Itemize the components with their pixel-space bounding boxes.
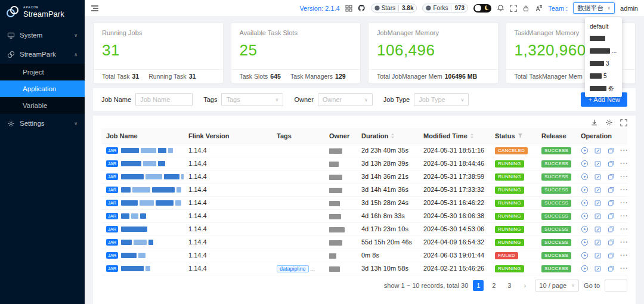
copy-button[interactable]: [607, 199, 615, 207]
bell-icon[interactable]: [497, 4, 504, 12]
status-badge: RUNNING: [495, 187, 524, 194]
edit-button[interactable]: [594, 252, 602, 259]
more-button[interactable]: ···: [620, 265, 627, 272]
toggle-knob: [475, 5, 481, 11]
sidebar-item-application[interactable]: Application: [0, 80, 85, 97]
page-size-select[interactable]: 10 / page ∨: [535, 280, 579, 291]
tags-select[interactable]: Tags ∨: [221, 93, 283, 106]
edit-button[interactable]: [594, 265, 602, 272]
job-name-cell: JAR: [101, 249, 184, 262]
sidebar-item-system[interactable]: System ∨: [0, 26, 85, 45]
copy-button[interactable]: [607, 160, 615, 167]
more-button[interactable]: ···: [620, 225, 627, 232]
col-flink-version: Flink Version: [184, 128, 272, 144]
more-button[interactable]: ···: [620, 199, 627, 206]
more-button[interactable]: ···: [620, 238, 627, 246]
col-duration[interactable]: Duration: [357, 128, 419, 144]
copy-button[interactable]: [607, 265, 615, 272]
gear-icon[interactable]: [605, 119, 613, 126]
github-stars-badge[interactable]: Stars 3.8k: [371, 4, 417, 13]
start-button[interactable]: [581, 160, 589, 167]
lock-icon[interactable]: [522, 5, 530, 12]
job-type-select[interactable]: Job Type ∨: [414, 93, 469, 106]
chevron-up-icon: ∧: [74, 52, 78, 57]
moon-icon: [485, 5, 490, 10]
card-footer-value: 106496 MB: [445, 73, 477, 80]
more-button[interactable]: ···: [620, 212, 627, 219]
sidebar-item-project[interactable]: Project: [0, 64, 85, 80]
more-button[interactable]: ···: [620, 186, 627, 193]
edit-button[interactable]: [594, 160, 602, 167]
job-name-input[interactable]: [135, 93, 193, 106]
sidebar-item-variable[interactable]: Variable: [0, 97, 85, 114]
copy-button[interactable]: [607, 238, 615, 246]
release-cell: SUCCESS: [537, 235, 576, 249]
version-link[interactable]: Version: 2.1.4: [299, 5, 339, 12]
copy-button[interactable]: [607, 173, 615, 181]
start-button[interactable]: [581, 265, 589, 272]
table-body: JAR1.14.42d 23h 40m 35s2024-05-31 18:51:…: [101, 144, 627, 275]
fullscreen-icon[interactable]: [620, 119, 627, 126]
page-3-button[interactable]: 3: [504, 280, 515, 291]
edit-button[interactable]: [594, 147, 602, 154]
team-option[interactable]: ...: [585, 45, 622, 57]
download-icon[interactable]: [590, 119, 598, 126]
more-button[interactable]: ···: [620, 160, 627, 167]
more-button[interactable]: ···: [620, 173, 627, 180]
owner-cell: [324, 249, 357, 262]
more-button[interactable]: ···: [620, 147, 627, 154]
card-task-slots: Available Task Slots 25 Task Slots645 Ta…: [231, 23, 361, 83]
dark-mode-toggle[interactable]: [473, 4, 491, 13]
github-forks-badge[interactable]: Forks 973: [422, 4, 468, 13]
modified-time-cell: 2024-05-30 16:06:38: [419, 209, 490, 222]
copy-button[interactable]: [607, 147, 615, 154]
team-select[interactable]: 数据平台 ∨: [573, 2, 615, 14]
sidebar-item-streampark[interactable]: StreamPark ∧: [0, 45, 85, 64]
copy-button[interactable]: [607, 186, 615, 194]
stars-count: 3.8k: [398, 5, 416, 11]
team-option[interactable]: default: [585, 20, 622, 32]
start-button[interactable]: [581, 212, 589, 220]
team-option[interactable]: 5: [585, 70, 622, 82]
page-1-button[interactable]: 1: [473, 280, 484, 291]
page-2-button[interactable]: 2: [488, 280, 499, 291]
sort-icon[interactable]: [470, 133, 474, 139]
sort-icon[interactable]: [391, 133, 395, 139]
copy-button[interactable]: [607, 252, 615, 259]
edit-button[interactable]: [594, 199, 602, 207]
start-button[interactable]: [581, 238, 589, 246]
copy-button[interactable]: [607, 212, 615, 220]
more-button[interactable]: ···: [620, 252, 627, 259]
team-option[interactable]: 3: [585, 57, 622, 70]
edit-button[interactable]: [594, 225, 602, 233]
team-option[interactable]: 务: [585, 82, 622, 95]
appstore-icon[interactable]: [345, 5, 352, 12]
next-page-button[interactable]: ›: [519, 280, 530, 291]
col-status[interactable]: Status: [490, 128, 537, 144]
start-button[interactable]: [581, 225, 589, 233]
col-modified-time[interactable]: Modified Time: [419, 128, 490, 144]
edit-button[interactable]: [594, 173, 602, 181]
start-button[interactable]: [581, 199, 589, 207]
start-button[interactable]: [581, 186, 589, 194]
team-option[interactable]: [585, 32, 622, 45]
edit-button[interactable]: [594, 186, 602, 194]
owner-select[interactable]: Owner ∨: [318, 93, 373, 106]
redacted-owner: [329, 175, 342, 180]
copy-button[interactable]: [607, 225, 615, 233]
status-cell: RUNNING: [490, 196, 537, 209]
translate-icon[interactable]: [535, 4, 543, 12]
filter-icon[interactable]: [518, 132, 523, 139]
collapse-menu-icon[interactable]: [91, 5, 99, 12]
release-badge: SUCCESS: [541, 187, 571, 194]
edit-button[interactable]: [594, 212, 602, 220]
sidebar-item-settings[interactable]: Settings ∨: [0, 114, 85, 133]
col-release: Release: [537, 128, 576, 144]
start-button[interactable]: [581, 173, 589, 181]
start-button[interactable]: [581, 147, 589, 154]
goto-page-input[interactable]: [605, 280, 627, 291]
start-button[interactable]: [581, 252, 589, 259]
edit-button[interactable]: [594, 238, 602, 246]
fullscreen-icon[interactable]: [510, 5, 517, 12]
github-icon[interactable]: [358, 4, 366, 12]
